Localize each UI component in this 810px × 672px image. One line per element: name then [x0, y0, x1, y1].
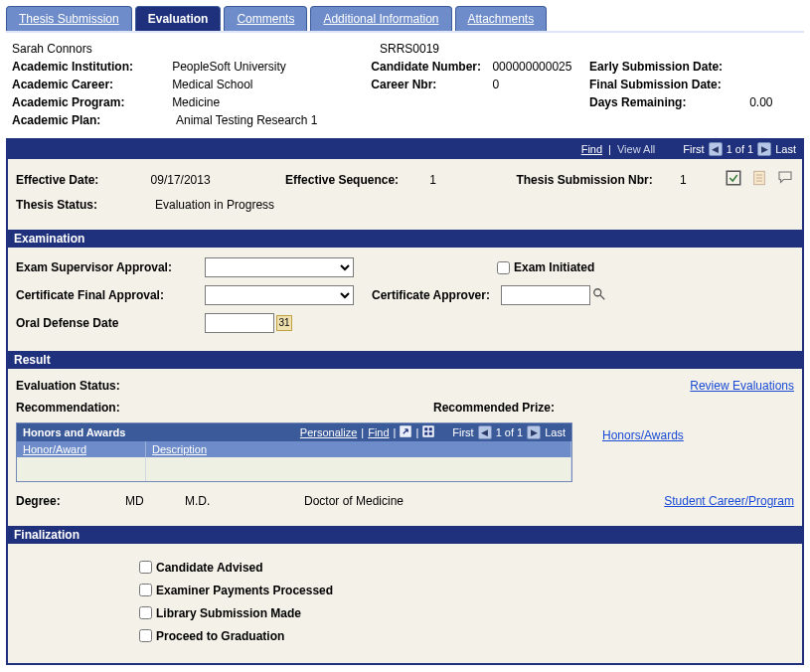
effective-seq-label: Effective Sequence:: [285, 173, 429, 187]
proceed-graduation-checkbox[interactable]: [139, 629, 152, 642]
svg-line-6: [600, 294, 604, 298]
plan-label: Academic Plan:: [12, 112, 176, 128]
notepad-icon[interactable]: [750, 169, 768, 190]
program-label: Academic Program:: [12, 94, 172, 110]
days-remaining-label: Days Remaining:: [589, 94, 749, 110]
degree-desc: Doctor of Medicine: [304, 494, 553, 508]
library-submission-label: Library Submission Made: [156, 606, 301, 620]
thesis-status-value: Evaluation in Progress: [155, 198, 274, 212]
tab-additional-information[interactable]: Additional Information: [310, 6, 451, 31]
tab-evaluation[interactable]: Evaluation: [135, 6, 222, 31]
next-row-icon[interactable]: ▶: [757, 142, 771, 156]
grid-first-label: First: [452, 426, 473, 438]
oral-defense-label: Oral Defense Date: [16, 316, 205, 330]
thesis-sub-nbr-value: 1: [680, 173, 709, 187]
svg-rect-0: [727, 171, 740, 185]
days-remaining-value: 0.00: [749, 94, 798, 110]
calendar-icon[interactable]: 31: [276, 315, 292, 331]
exam-supervisor-label: Exam Supervisor Approval:: [16, 260, 205, 274]
review-evaluations-link[interactable]: Review Evaluations: [690, 379, 794, 393]
grid-col-description[interactable]: Description: [146, 441, 571, 457]
career-nbr-label: Career Nbr:: [371, 77, 492, 92]
recommendation-label: Recommendation:: [16, 401, 155, 415]
career-nbr-value: 0: [492, 77, 589, 92]
lookup-icon[interactable]: [592, 287, 606, 304]
prev-row-icon[interactable]: ◀: [709, 142, 723, 156]
grid-next-icon[interactable]: ▶: [527, 425, 541, 439]
thesis-sub-nbr-label: Thesis Submission Nbr:: [516, 173, 680, 187]
grid-title-label: Honors and Awards: [23, 426, 125, 438]
panel-toolbar: Find | View All First ◀ 1 of 1 ▶ Last: [8, 140, 802, 159]
candidate-nbr-label: Candidate Number:: [371, 59, 492, 75]
last-label: Last: [775, 143, 796, 155]
effective-date-value: 09/17/2013: [151, 173, 286, 187]
candidate-advised-checkbox[interactable]: [139, 561, 152, 574]
tab-comments[interactable]: Comments: [224, 6, 307, 31]
recommended-prize-label: Recommended Prize:: [433, 401, 555, 415]
section-result: Result: [8, 351, 802, 369]
student-id: SRRS0019: [380, 41, 504, 57]
final-submission-value: [749, 77, 798, 92]
row-count: 1 of 1: [727, 143, 754, 155]
svg-rect-9: [425, 427, 428, 430]
cert-approver-label: Certificate Approver:: [372, 288, 501, 302]
evaluation-panel: Find | View All First ◀ 1 of 1 ▶ Last Ef…: [6, 138, 804, 665]
effective-date-label: Effective Date:: [16, 173, 151, 187]
oral-defense-input[interactable]: [205, 313, 274, 333]
evaluation-status-label: Evaluation Status:: [16, 379, 155, 393]
related-links-icon[interactable]: [725, 169, 742, 190]
effective-seq-value: 1: [429, 173, 516, 187]
grid-col-honor[interactable]: Honor/Award: [17, 441, 146, 457]
program-value: Medicine: [172, 94, 371, 110]
tab-attachments[interactable]: Attachments: [455, 6, 548, 31]
svg-point-5: [594, 288, 601, 295]
institution-label: Academic Institution:: [12, 59, 172, 75]
cert-final-label: Certificate Final Approval:: [16, 288, 205, 302]
grid-prev-icon[interactable]: ◀: [478, 425, 492, 439]
grid-find-link[interactable]: Find: [368, 426, 389, 438]
student-career-link[interactable]: Student Career/Program: [664, 494, 794, 508]
honors-grid: Honors and Awards Personalize | Find | |…: [16, 422, 572, 482]
thesis-status-label: Thesis Status:: [16, 198, 155, 212]
view-all-link[interactable]: View All: [617, 143, 655, 155]
grid-last-label: Last: [545, 426, 566, 438]
grid-zoom-icon[interactable]: [400, 425, 411, 439]
plan-value: Animal Testing Research 1: [176, 112, 380, 128]
career-label: Academic Career:: [12, 77, 172, 92]
degree-code: MD: [125, 494, 185, 508]
degree-abbr: M.D.: [185, 494, 304, 508]
student-name: Sarah Connors: [12, 41, 176, 57]
proceed-graduation-label: Proceed to Graduation: [156, 629, 284, 643]
first-label: First: [683, 143, 704, 155]
tab-thesis-submission[interactable]: Thesis Submission: [6, 6, 132, 31]
svg-rect-11: [425, 432, 428, 435]
examiner-payments-label: Examiner Payments Processed: [156, 584, 333, 597]
find-link[interactable]: Find: [581, 143, 602, 155]
grid-download-icon[interactable]: [422, 425, 434, 439]
table-row: [17, 457, 571, 481]
header-block: Sarah Connors SRRS0019 Academic Institut…: [6, 33, 804, 134]
svg-rect-12: [429, 432, 432, 435]
early-submission-value: [749, 59, 798, 75]
degree-label: Degree:: [16, 494, 125, 508]
section-finalization: Finalization: [8, 526, 802, 544]
exam-supervisor-select[interactable]: [205, 257, 354, 277]
candidate-nbr-value: 000000000025: [492, 59, 589, 75]
library-submission-checkbox[interactable]: [139, 606, 152, 619]
career-value: Medical School: [172, 77, 371, 92]
exam-initiated-checkbox[interactable]: [497, 261, 510, 274]
section-examination: Examination: [8, 230, 802, 248]
grid-count: 1 of 1: [496, 426, 524, 438]
svg-rect-10: [429, 427, 432, 430]
candidate-advised-label: Candidate Advised: [156, 561, 263, 575]
exam-initiated-label: Exam Initiated: [514, 260, 594, 274]
grid-personalize-link[interactable]: Personalize: [300, 426, 357, 438]
final-submission-label: Final Submission Date:: [589, 77, 749, 92]
honors-awards-link[interactable]: Honors/Awards: [602, 428, 684, 442]
cert-approver-input[interactable]: [501, 285, 590, 305]
tabs-bar: Thesis Submission Evaluation Comments Ad…: [6, 6, 804, 33]
cert-final-select[interactable]: [205, 285, 354, 305]
speech-bubble-icon[interactable]: [776, 169, 794, 190]
examiner-payments-checkbox[interactable]: [139, 584, 152, 596]
early-submission-label: Early Submission Date:: [589, 59, 749, 75]
